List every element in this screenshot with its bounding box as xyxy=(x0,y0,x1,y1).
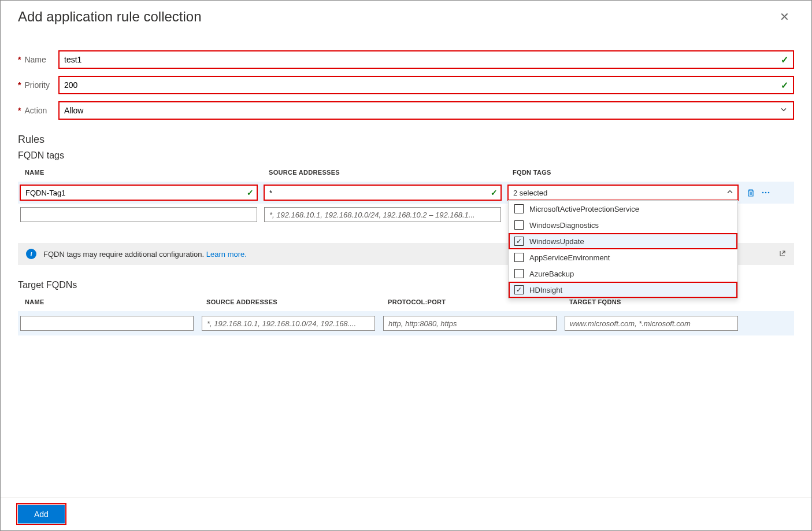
svg-point-2 xyxy=(768,192,770,194)
checkbox-icon xyxy=(514,204,524,213)
target-fqdn-row xyxy=(18,311,794,335)
dropdown-option[interactable]: ✓ HDInsight xyxy=(509,282,737,298)
check-icon: ✓ xyxy=(247,188,254,197)
name-input[interactable] xyxy=(60,51,793,68)
svg-point-1 xyxy=(765,192,767,194)
close-icon[interactable]: ✕ xyxy=(775,8,794,26)
checkbox-icon xyxy=(514,220,524,230)
delete-icon[interactable] xyxy=(745,187,757,198)
col-tags-header: FQDN TAGS xyxy=(513,169,794,176)
col-proto-header: PROTOCOL:PORT xyxy=(388,298,561,305)
external-link-icon[interactable] xyxy=(778,249,786,259)
checkbox-icon xyxy=(514,253,524,262)
info-icon: i xyxy=(26,249,36,259)
check-icon: ✓ xyxy=(781,54,788,65)
checkbox-checked-icon: ✓ xyxy=(514,237,524,246)
required-indicator: * xyxy=(18,106,21,115)
action-label: * Action xyxy=(18,106,58,115)
name-label: * Name xyxy=(18,55,58,64)
required-indicator: * xyxy=(18,80,21,90)
add-button[interactable]: Add xyxy=(18,505,65,523)
fqdn-rule-row: ✓ ✓ 2 selected MicrosoftActiveProtection… xyxy=(18,182,794,204)
target-fqdn-input[interactable] xyxy=(565,316,738,331)
priority-label: * Priority xyxy=(18,80,58,90)
col-source-header: SOURCE ADDRESSES xyxy=(206,298,380,305)
required-indicator: * xyxy=(18,55,21,64)
rule-name-input[interactable] xyxy=(20,185,257,200)
rule-source-input[interactable] xyxy=(264,207,501,222)
chevron-up-icon xyxy=(726,189,733,197)
dropdown-option[interactable]: AzureBackup xyxy=(509,266,737,282)
fqdn-tags-heading: FQDN tags xyxy=(18,150,794,161)
svg-point-0 xyxy=(762,192,764,194)
rules-heading: Rules xyxy=(18,134,794,146)
priority-input[interactable] xyxy=(60,77,793,93)
dropdown-option[interactable]: MicrosoftActiveProtectionService xyxy=(509,201,737,217)
rule-source-input[interactable] xyxy=(264,185,501,200)
col-name-header: NAME xyxy=(25,298,198,305)
page-title: Add application rule collection xyxy=(18,9,202,25)
col-source-header: SOURCE ADDRESSES xyxy=(269,169,506,176)
check-icon: ✓ xyxy=(781,80,788,91)
target-proto-input[interactable] xyxy=(383,316,557,331)
target-source-input[interactable] xyxy=(202,316,375,331)
col-name-header: NAME xyxy=(25,169,262,176)
fqdn-tags-multiselect[interactable]: 2 selected xyxy=(508,185,738,200)
learn-more-link[interactable]: Learn more. xyxy=(206,250,247,259)
info-text: FQDN tags may require additional configu… xyxy=(43,250,206,259)
target-name-input[interactable] xyxy=(20,316,194,331)
checkbox-icon xyxy=(514,269,524,278)
check-icon: ✓ xyxy=(491,188,498,197)
rule-name-input[interactable] xyxy=(20,207,257,222)
dropdown-option[interactable]: WindowsDiagnostics xyxy=(509,217,737,233)
checkbox-checked-icon: ✓ xyxy=(514,285,524,294)
dropdown-option[interactable]: ✓ WindowsUpdate xyxy=(509,233,737,249)
more-icon[interactable] xyxy=(760,187,772,198)
col-target-header: TARGET FQDNS xyxy=(569,298,794,305)
action-select[interactable] xyxy=(60,102,793,119)
fqdn-tags-dropdown: MicrosoftActiveProtectionService Windows… xyxy=(508,200,738,298)
dropdown-option[interactable]: AppServiceEnvironment xyxy=(509,249,737,266)
